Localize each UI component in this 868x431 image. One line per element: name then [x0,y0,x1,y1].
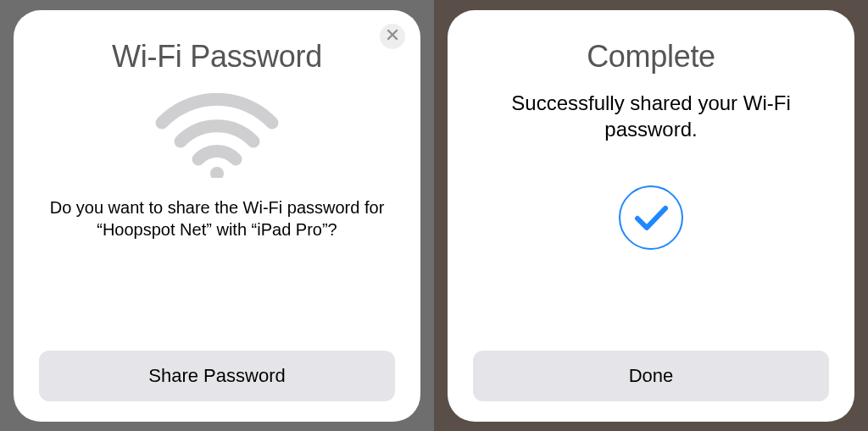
complete-title: Complete [587,39,715,75]
close-button[interactable] [380,24,405,49]
wifi-share-prompt-card: Wi-Fi Password Do you want to share the … [14,10,420,422]
wifi-share-complete-panel: Complete Successfully shared your Wi-Fi … [434,0,868,431]
svg-point-3 [620,186,682,249]
complete-body-text: Successfully shared your Wi-Fi password. [481,90,821,142]
close-icon [387,29,398,44]
svg-point-2 [210,167,224,178]
share-password-button[interactable]: Share Password [39,351,395,401]
prompt-body-text: Do you want to share the Wi-Fi password … [47,196,387,240]
wifi-icon [153,75,281,181]
wifi-share-complete-card: Complete Successfully shared your Wi-Fi … [448,10,854,422]
done-button[interactable]: Done [473,351,829,401]
checkmark-circle-icon [618,142,684,254]
prompt-title: Wi-Fi Password [112,39,322,75]
wifi-share-prompt-panel: Wi-Fi Password Do you want to share the … [0,0,434,431]
